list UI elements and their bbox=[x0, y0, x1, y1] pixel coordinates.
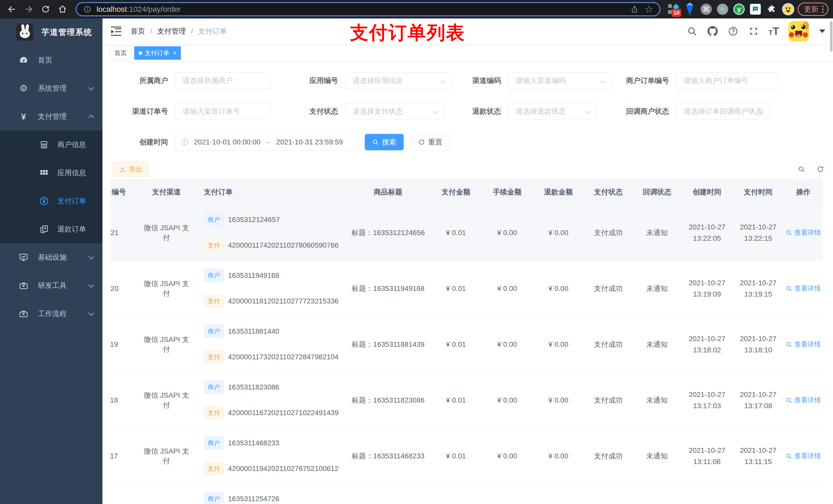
browser-forward-icon[interactable] bbox=[22, 2, 36, 16]
export-button[interactable]: 导出 bbox=[113, 162, 148, 177]
breadcrumb-pay-manage[interactable]: 支付管理 bbox=[157, 26, 186, 36]
document-copy-icon bbox=[39, 223, 50, 235]
pay-order-table: 编号 支付渠道 支付订单 商品标题 支付金额 手续金额 退款金额 支付状态 回调… bbox=[110, 179, 823, 504]
search-button[interactable]: 搜索 bbox=[365, 134, 404, 150]
filter-label: 退款状态 bbox=[451, 106, 501, 116]
app-no-filter-select[interactable] bbox=[345, 72, 451, 89]
pay-status-select[interactable] bbox=[345, 103, 444, 120]
refresh-icon bbox=[418, 139, 425, 145]
browser-menu-icon[interactable] bbox=[822, 6, 824, 13]
filter-app-no: 应用编号 bbox=[283, 72, 451, 89]
channel-order-no-input[interactable] bbox=[175, 103, 271, 120]
created-time: 2021-10-2713:17:03 bbox=[681, 373, 733, 428]
date-range-input[interactable]: 2021-10-01 00:00:00 - 2021-10-31 23:59:5… bbox=[175, 134, 358, 150]
sidebar-item-dev-tools[interactable]: 研发工具 bbox=[0, 271, 102, 299]
browser-reload-icon[interactable] bbox=[39, 2, 53, 16]
extension-y-icon[interactable]: y bbox=[732, 2, 746, 16]
site-info-icon[interactable] bbox=[82, 4, 93, 14]
active-tab-dot bbox=[139, 51, 142, 55]
url-bar[interactable]: localhost:1024/pay/order ☆ bbox=[76, 2, 660, 16]
sidebar-item-app-info[interactable]: 应用信息 bbox=[0, 159, 102, 187]
table-row: 116 商户 1635311254726 支付 查看详情 bbox=[110, 484, 823, 504]
pay-status bbox=[584, 484, 633, 504]
bookmark-star-icon[interactable]: ☆ bbox=[644, 4, 654, 14]
sidebar-item-home[interactable]: 首页 bbox=[0, 46, 102, 74]
view-detail-link[interactable]: 查看详情 bbox=[786, 228, 821, 237]
merchant-filter-input[interactable] bbox=[175, 72, 271, 89]
extension-record-icon[interactable] bbox=[716, 2, 730, 16]
reset-button[interactable]: 重置 bbox=[411, 134, 449, 150]
extensions-puzzle-icon[interactable] bbox=[765, 2, 779, 16]
table-row: 120 微信 JSAPI 支付 商户 1635311949168 支付 4200… bbox=[110, 261, 823, 316]
product-title: 标题：1635311949168 bbox=[346, 261, 430, 316]
order-id: 121 bbox=[110, 229, 119, 237]
view-detail-link[interactable]: 查看详情 bbox=[786, 452, 821, 460]
sidebar-item-infrastructure[interactable]: 基础设施 bbox=[0, 243, 102, 271]
sidebar-item-workflow[interactable]: 工作流程 bbox=[0, 299, 102, 328]
font-size-icon[interactable]: TT bbox=[768, 25, 779, 38]
col-header-notify: 回调状态 bbox=[633, 187, 681, 197]
breadcrumb-separator: / bbox=[150, 27, 152, 35]
view-detail-link[interactable]: 查看详情 bbox=[786, 340, 821, 349]
product-title: 标题：1635312124656 bbox=[346, 205, 430, 261]
logo-avatar bbox=[16, 24, 33, 41]
pay-order-no: 4200001194202110276752100612 bbox=[228, 464, 339, 473]
browser-back-icon[interactable] bbox=[5, 2, 19, 16]
share-icon[interactable] bbox=[629, 4, 640, 14]
date-start[interactable]: 2021-10-01 00:00:00 bbox=[194, 138, 261, 146]
merchant-order-no-input[interactable] bbox=[676, 72, 778, 89]
channel-code-filter-select[interactable] bbox=[508, 72, 611, 89]
pay-order-cell: 商户 1635311881440 支付 42000011732021102728… bbox=[192, 316, 346, 372]
browser-update-button[interactable]: 更新 bbox=[798, 3, 828, 16]
user-avatar[interactable] bbox=[788, 21, 809, 42]
refund-status-select[interactable] bbox=[508, 103, 597, 120]
avatar-dropdown-icon[interactable] bbox=[819, 29, 825, 33]
url-text[interactable]: localhost:1024/pay/order bbox=[97, 5, 625, 14]
col-header-action: 操作 bbox=[784, 187, 823, 197]
close-tab-icon[interactable]: × bbox=[173, 49, 176, 56]
notify-status: 未通知 bbox=[633, 261, 681, 316]
collapse-sidebar-icon[interactable] bbox=[110, 25, 122, 37]
pay-status: 支付成功 bbox=[584, 205, 633, 261]
view-detail-link[interactable]: 查看详情 bbox=[786, 396, 821, 405]
github-icon[interactable] bbox=[707, 26, 718, 37]
sidebar-item-payment[interactable]: ¥ 支付管理 bbox=[0, 102, 102, 130]
created-time: 2021-10-2713:11:08 bbox=[681, 428, 733, 484]
notify-status: 未通知 bbox=[633, 205, 681, 261]
sidebar-item-pay-order[interactable]: 支付订单 bbox=[0, 187, 102, 215]
view-detail-link[interactable]: 查看详情 bbox=[786, 284, 821, 293]
extension-kite-icon[interactable] bbox=[683, 2, 697, 16]
breadcrumb-home[interactable]: 首页 bbox=[130, 26, 145, 36]
pay-order-no: 4200001173202110272847982104 bbox=[228, 353, 339, 361]
extension-chat-icon[interactable] bbox=[748, 2, 762, 16]
paid-time: 2021-10-2713:18:10 bbox=[733, 316, 784, 372]
notify-status-select[interactable] bbox=[676, 103, 770, 120]
app-logo[interactable]: 芋道管理系统 bbox=[0, 19, 102, 46]
merchant-order-no: 1635311468233 bbox=[228, 439, 279, 447]
fullscreen-icon[interactable] bbox=[748, 26, 759, 37]
pay-channel bbox=[141, 484, 192, 504]
header-search-icon[interactable] bbox=[687, 26, 698, 37]
extension-blocks-icon[interactable]: 10 bbox=[667, 2, 680, 16]
pay-order-line: 支付 4200001181202110277723215336 bbox=[204, 294, 339, 308]
tab-pay-order[interactable]: 支付订单 × bbox=[134, 46, 181, 60]
paid-time: 2021-10-2713:19:15 bbox=[733, 261, 784, 316]
help-icon[interactable] bbox=[728, 26, 739, 37]
show-search-toggle-icon[interactable] bbox=[794, 162, 809, 177]
browser-home-icon[interactable] bbox=[55, 2, 70, 16]
order-id: 117 bbox=[110, 452, 118, 460]
date-end[interactable]: 2021-10-31 23:59:59 bbox=[276, 138, 343, 146]
col-header-status: 支付状态 bbox=[584, 187, 633, 197]
merchant-order-line: 商户 1635311254726 bbox=[204, 492, 279, 504]
col-header-created: 创建时间 bbox=[681, 187, 733, 197]
sidebar-item-refund-order[interactable]: 退款订单 bbox=[0, 215, 102, 243]
refresh-table-icon[interactable] bbox=[813, 162, 828, 177]
sidebar-item-merchant-info[interactable]: 商户信息 bbox=[0, 130, 102, 159]
page-scrollbar[interactable] bbox=[830, 21, 832, 52]
refund-amount: ¥ 0.00 bbox=[533, 428, 584, 484]
profile-avatar[interactable] bbox=[781, 2, 795, 16]
pay-amount: ¥ 0.01 bbox=[430, 373, 481, 428]
extension-command-icon[interactable]: ⌘ bbox=[699, 2, 713, 16]
sidebar-item-system[interactable]: ⚙ 系统管理 bbox=[0, 74, 102, 102]
tab-home[interactable]: 首页 bbox=[110, 46, 131, 60]
